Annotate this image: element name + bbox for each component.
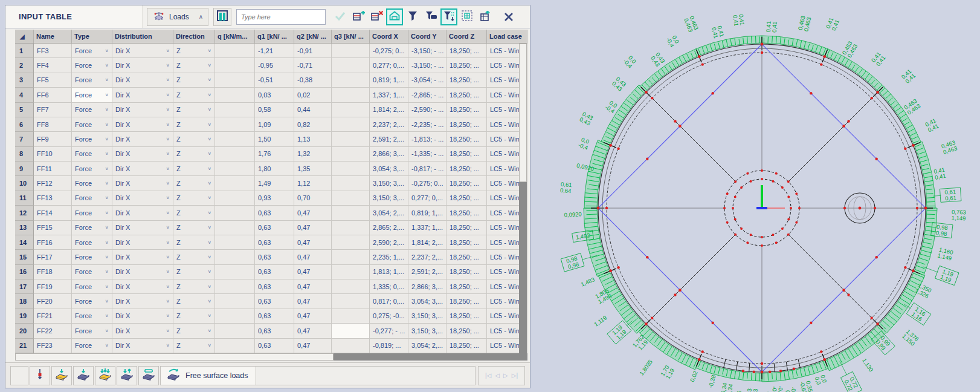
cell-dir[interactable]: Z∨ — [173, 73, 215, 88]
cell-cz[interactable]: 18,250; ... — [446, 117, 487, 132]
cell-dir[interactable]: Z∨ — [173, 309, 215, 324]
cell-cy[interactable]: 0,277; 0,... — [408, 191, 446, 206]
chevron-down-icon[interactable]: ∨ — [105, 122, 109, 127]
cell-cz[interactable]: 18,250; ... — [446, 147, 487, 162]
cell-dir[interactable]: Z∨ — [173, 132, 215, 146]
chevron-down-icon[interactable]: ∨ — [166, 181, 170, 186]
chevron-down-icon[interactable]: ∨ — [105, 240, 109, 245]
cell-cx[interactable]: 3,150; 3,... — [370, 176, 408, 191]
row-number[interactable]: 18 — [15, 294, 34, 309]
cell-cx[interactable]: 2,590; 2,... — [370, 235, 408, 250]
row-number[interactable]: 15 — [15, 250, 34, 264]
cell-q1[interactable]: 0,63 — [255, 250, 294, 264]
cell-cx[interactable]: 2,235; 1,... — [370, 250, 408, 264]
cell-name[interactable]: FF8 — [34, 117, 72, 132]
cell-dir[interactable]: Z∨ — [173, 221, 215, 235]
cell-dist[interactable]: Dir X∨ — [112, 191, 173, 206]
cell-q[interactable] — [215, 117, 255, 132]
chevron-down-icon[interactable]: ∨ — [105, 63, 109, 68]
chevron-down-icon[interactable]: ∨ — [105, 328, 109, 333]
column-header-coord-y[interactable]: Coord Y — [408, 30, 446, 43]
table-export-button[interactable] — [477, 8, 494, 25]
cell-cy[interactable]: 3,054; 3,... — [408, 294, 446, 309]
chevron-down-icon[interactable]: ∨ — [105, 343, 109, 348]
cell-cz[interactable]: 18,250; ... — [446, 73, 487, 88]
cell-cx[interactable]: 1,335; 0,... — [370, 279, 408, 294]
cell-q[interactable] — [215, 294, 255, 309]
cell-name[interactable]: FF23 — [34, 339, 72, 353]
chevron-down-icon[interactable]: ∨ — [105, 313, 109, 318]
cell-name[interactable]: FF3 — [34, 44, 72, 58]
column-header-direction[interactable]: Direction — [173, 30, 215, 43]
chevron-down-icon[interactable]: ∨ — [166, 269, 170, 274]
chevron-down-icon[interactable]: ∨ — [166, 284, 170, 289]
column-header-distribution[interactable]: Distribution — [112, 30, 173, 43]
cell-dist[interactable]: Dir X∨ — [112, 58, 173, 73]
cell-q1[interactable]: 0,03 — [255, 88, 294, 102]
cell-q3[interactable] — [332, 191, 370, 206]
cell-q[interactable] — [215, 103, 255, 117]
cell-cy[interactable]: 2,866; 3,... — [408, 279, 446, 294]
cell-q2[interactable]: 1,32 — [294, 147, 332, 162]
cell-name[interactable]: FF16 — [34, 235, 72, 250]
filter-values-button[interactable] — [440, 8, 457, 25]
cell-q1[interactable]: 1,49 — [255, 176, 294, 191]
cell-q[interactable] — [215, 206, 255, 220]
cell-name[interactable]: FF6 — [34, 88, 72, 102]
cell-q[interactable] — [215, 73, 255, 88]
row-number[interactable]: 20 — [15, 324, 34, 338]
row-number[interactable]: 6 — [15, 117, 34, 132]
cell-q3[interactable] — [332, 294, 370, 309]
cell-cz[interactable]: 18,250; ... — [446, 294, 487, 309]
row-number[interactable]: 13 — [15, 221, 34, 235]
row-number[interactable]: 2 — [15, 58, 34, 73]
cell-cz[interactable]: 18,250; ... — [446, 265, 487, 279]
cell-q3[interactable] — [332, 176, 370, 191]
filter-comment-button[interactable] — [422, 8, 439, 25]
cell-dir[interactable]: Z∨ — [173, 235, 215, 250]
cell-dist[interactable]: Dir X∨ — [112, 44, 173, 58]
cell-q2[interactable]: -0,91 — [294, 44, 332, 58]
chevron-down-icon[interactable]: ∨ — [207, 63, 211, 68]
cell-q[interactable] — [215, 88, 255, 102]
cell-cy[interactable]: 3,054; 2,... — [408, 339, 446, 353]
vertical-scrollbar[interactable] — [519, 44, 527, 353]
chevron-down-icon[interactable]: ∨ — [105, 225, 109, 230]
cell-cx[interactable]: 1,813; 1,... — [370, 265, 408, 279]
vertical-scrollbar-thumb[interactable] — [519, 44, 527, 182]
select-all-corner[interactable]: ◢ — [15, 30, 34, 43]
cell-q2[interactable]: 0,47 — [294, 294, 332, 309]
cell-dir[interactable]: Z∨ — [173, 191, 215, 206]
cell-q1[interactable]: 0,63 — [255, 221, 294, 235]
chevron-down-icon[interactable]: ∨ — [166, 137, 170, 142]
cell-q1[interactable]: -1,21 — [255, 44, 294, 58]
cell-q2[interactable]: 1,12 — [294, 176, 332, 191]
chevron-down-icon[interactable]: ∨ — [105, 255, 109, 260]
cell-type[interactable]: Force∨ — [72, 147, 112, 162]
cell-q3[interactable] — [332, 147, 370, 162]
cell-dir[interactable]: Z∨ — [173, 117, 215, 132]
cell-name[interactable]: FF9 — [34, 132, 72, 146]
cell-cz[interactable]: 18,250; ... — [446, 162, 487, 176]
cell-cz[interactable]: 18,250; ... — [446, 58, 487, 73]
cell-q3[interactable] — [332, 265, 370, 279]
cell-q2[interactable]: 0,02 — [294, 88, 332, 102]
cell-name[interactable]: FF5 — [34, 73, 72, 88]
chevron-down-icon[interactable]: ∨ — [105, 284, 109, 289]
chevron-down-icon[interactable]: ∨ — [105, 211, 109, 215]
cell-q[interactable] — [215, 309, 255, 324]
cell-q1[interactable]: 0,63 — [255, 294, 294, 309]
cell-q[interactable] — [215, 58, 255, 73]
cell-dir[interactable]: Z∨ — [173, 103, 215, 117]
cell-cz[interactable]: 18,250; ... — [446, 339, 487, 353]
cell-q2[interactable]: 1,13 — [294, 132, 332, 146]
chevron-down-icon[interactable]: ∨ — [207, 181, 211, 186]
cell-cy[interactable]: 3,150; 3,... — [408, 309, 446, 324]
cell-cz[interactable]: 18,250; ... — [446, 88, 487, 102]
chevron-down-icon[interactable]: ∨ — [207, 225, 211, 230]
panel-title-tab[interactable]: INPUT TABLE — [5, 5, 143, 28]
cell-q1[interactable]: 0,63 — [255, 324, 294, 338]
cell-dist[interactable]: Dir X∨ — [112, 221, 173, 235]
cell-dist[interactable]: Dir X∨ — [112, 279, 173, 294]
cell-dir[interactable]: Z∨ — [173, 339, 215, 353]
